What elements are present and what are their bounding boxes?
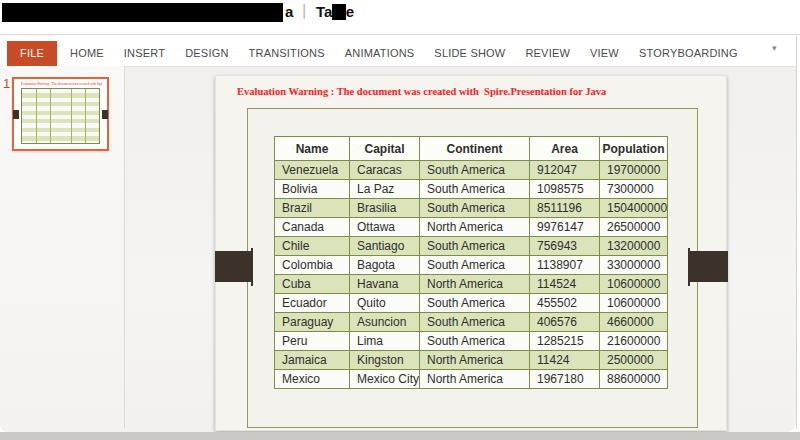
- table-cell[interactable]: Mexico City: [350, 370, 420, 389]
- table-cell[interactable]: 8511196: [530, 199, 600, 218]
- right-clip-rod: [688, 248, 690, 286]
- table-cell[interactable]: South America: [420, 161, 530, 180]
- title-separator: |: [302, 1, 306, 21]
- table-cell[interactable]: 2500000: [600, 351, 668, 370]
- panel-divider[interactable]: [124, 66, 125, 428]
- table-cell[interactable]: 114524: [530, 275, 600, 294]
- evaluation-warning-text[interactable]: Evaluation Warning : The document was cr…: [237, 86, 606, 97]
- table-cell[interactable]: 10600000: [600, 294, 668, 313]
- title-text-fragment: a: [285, 3, 293, 20]
- table-cell[interactable]: Ecuador: [275, 294, 350, 313]
- ribbon-collapse-icon[interactable]: ▾: [772, 43, 777, 53]
- column-header-area[interactable]: Area: [530, 137, 600, 161]
- table-cell[interactable]: Paraguay: [275, 313, 350, 332]
- ribbon-tab-storyboarding[interactable]: STORYBOARDING: [629, 41, 748, 66]
- right-clip-shape[interactable]: [688, 251, 728, 282]
- ribbon-tab-file[interactable]: FILE: [7, 41, 57, 66]
- ribbon-tab-home[interactable]: HOME: [60, 41, 114, 66]
- column-header-name[interactable]: Name: [275, 137, 350, 161]
- table-cell[interactable]: Kingston: [350, 351, 420, 370]
- table-cell[interactable]: 1098575: [530, 180, 600, 199]
- slide-canvas[interactable]: Evaluation Warning : The document was cr…: [215, 75, 727, 431]
- table-cell[interactable]: Chile: [275, 237, 350, 256]
- table-cell[interactable]: 455502: [530, 294, 600, 313]
- table-cell[interactable]: Asuncion: [350, 313, 420, 332]
- table-cell[interactable]: Bagota: [350, 256, 420, 275]
- left-clip-shape[interactable]: [215, 251, 253, 282]
- table-cell[interactable]: North America: [420, 351, 530, 370]
- table-cell[interactable]: 406576: [530, 313, 600, 332]
- table-cell[interactable]: South America: [420, 294, 530, 313]
- column-header-population[interactable]: Population: [600, 137, 668, 161]
- ribbon-tab-design[interactable]: DESIGN: [175, 41, 238, 66]
- table-cell[interactable]: 4660000: [600, 313, 668, 332]
- table-cell[interactable]: South America: [420, 199, 530, 218]
- table-cell[interactable]: North America: [420, 275, 530, 294]
- thumbnail-left-clip-shape: [13, 110, 19, 119]
- table-row: ParaguayAsuncionSouth America40657646600…: [275, 313, 668, 332]
- table-cell[interactable]: 11424: [530, 351, 600, 370]
- ribbon-tab-transitions[interactable]: TRANSITIONS: [239, 41, 335, 66]
- table-cell[interactable]: 1285215: [530, 332, 600, 351]
- table-header-row: NameCapitalContinentAreaPopulation: [275, 137, 668, 161]
- table-cell[interactable]: 1138907: [530, 256, 600, 275]
- table-cell[interactable]: 756943: [530, 237, 600, 256]
- table-cell[interactable]: Lima: [350, 332, 420, 351]
- table-cell[interactable]: South America: [420, 332, 530, 351]
- window-right-border: [796, 36, 797, 429]
- slide-thumbnail[interactable]: Evaluation Warning : The document was cr…: [12, 77, 109, 151]
- table-cell[interactable]: Cuba: [275, 275, 350, 294]
- table-cell[interactable]: Brazil: [275, 199, 350, 218]
- thumbnail-mini-table: [21, 88, 100, 144]
- table-cell[interactable]: 10600000: [600, 275, 668, 294]
- redaction-mark: [332, 4, 346, 20]
- table-cell[interactable]: 19700000: [600, 161, 668, 180]
- table-cell[interactable]: South America: [420, 237, 530, 256]
- ribbon-tab-animations[interactable]: ANIMATIONS: [335, 41, 425, 66]
- table-cell[interactable]: Mexico: [275, 370, 350, 389]
- table-cell[interactable]: Brasilia: [350, 199, 420, 218]
- table-cell[interactable]: 912047: [530, 161, 600, 180]
- countries-table[interactable]: NameCapitalContinentAreaPopulation Venez…: [274, 136, 668, 389]
- table-cell[interactable]: 26500000: [600, 218, 668, 237]
- table-cell[interactable]: Colombia: [275, 256, 350, 275]
- table-cell[interactable]: 1967180: [530, 370, 600, 389]
- table-cell[interactable]: 13200000: [600, 237, 668, 256]
- table-cell[interactable]: 88600000: [600, 370, 668, 389]
- ribbon-tab-view[interactable]: VIEW: [580, 41, 629, 66]
- table-cell[interactable]: 21600000: [600, 332, 668, 351]
- table-cell[interactable]: South America: [420, 256, 530, 275]
- table-cell[interactable]: Venezuela: [275, 161, 350, 180]
- table-cell[interactable]: Bolivia: [275, 180, 350, 199]
- table-cell[interactable]: South America: [420, 180, 530, 199]
- column-header-capital[interactable]: Capital: [350, 137, 420, 161]
- table-cell[interactable]: Havana: [350, 275, 420, 294]
- table-cell[interactable]: 9976147: [530, 218, 600, 237]
- table-cell[interactable]: North America: [420, 370, 530, 389]
- ribbon-tab-review[interactable]: REVIEW: [515, 41, 580, 66]
- table-cell[interactable]: 150400000: [600, 199, 668, 218]
- table-cell[interactable]: La Paz: [350, 180, 420, 199]
- table-cell[interactable]: Jamaica: [275, 351, 350, 370]
- thumbnail-warning-text: Evaluation Warning : The document was cr…: [21, 82, 102, 87]
- table-row: CubaHavanaNorth America11452410600000: [275, 275, 668, 294]
- table-cell[interactable]: Santiago: [350, 237, 420, 256]
- ribbon-tabs: FILEHOMEINSERTDESIGNTRANSITIONSANIMATION…: [7, 41, 748, 66]
- table-cell[interactable]: Canada: [275, 218, 350, 237]
- title-bar: a | Table: [0, 0, 800, 34]
- table-cell[interactable]: Caracas: [350, 161, 420, 180]
- table-cell[interactable]: Peru: [275, 332, 350, 351]
- ribbon-tab-slide-show[interactable]: SLIDE SHOW: [424, 41, 515, 66]
- table-cell[interactable]: 7300000: [600, 180, 668, 199]
- window-bottom-strip: [0, 432, 800, 440]
- table-row: CanadaOttawaNorth America997614726500000: [275, 218, 668, 237]
- table-cell[interactable]: North America: [420, 218, 530, 237]
- table-cell[interactable]: 33000000: [600, 256, 668, 275]
- table-cell[interactable]: Quito: [350, 294, 420, 313]
- column-header-continent[interactable]: Continent: [420, 137, 530, 161]
- ribbon-tab-insert[interactable]: INSERT: [114, 41, 175, 66]
- table-cell[interactable]: Ottawa: [350, 218, 420, 237]
- table-row: ChileSantiagoSouth America75694313200000: [275, 237, 668, 256]
- table-row: BrazilBrasiliaSouth America8511196150400…: [275, 199, 668, 218]
- table-cell[interactable]: South America: [420, 313, 530, 332]
